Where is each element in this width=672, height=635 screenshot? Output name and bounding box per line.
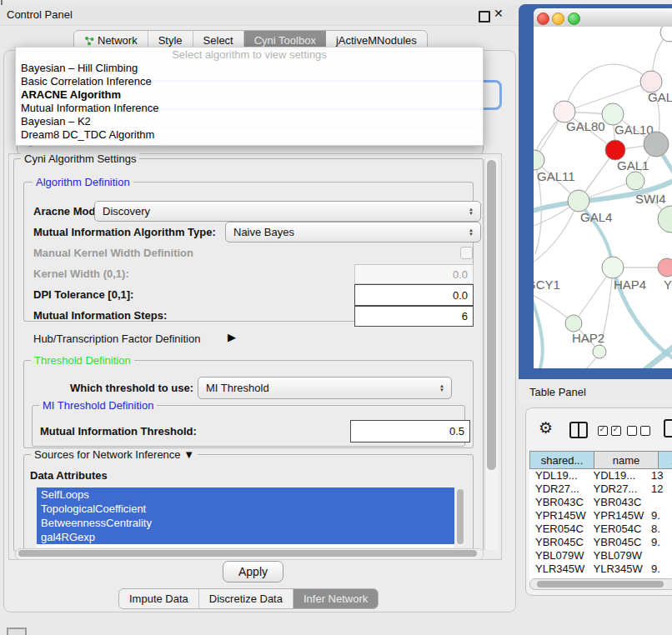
tab-label: Cyni Toolbox: [254, 34, 316, 47]
tab-impute-data[interactable]: Impute Data: [119, 589, 199, 608]
column-header-name[interactable]: name: [594, 451, 659, 469]
network-view-window: GALGAL80GAL10GAL1GAL11SWI4GAL4GCY1HAP4YH…: [519, 4, 672, 379]
mi-algorithm-type-label: Mutual Information Algorithm Type:: [33, 226, 216, 238]
table-cell: YBR043C: [529, 496, 588, 509]
table-cell: YDL19...: [588, 469, 646, 482]
manual-kernel-width-checkbox[interactable]: [460, 247, 473, 259]
cyni-settings-group-title: Cyni Algorithm Settings: [21, 152, 139, 165]
close-icon[interactable]: ✕: [494, 7, 504, 20]
algorithm-option[interactable]: Basic Correlation Inference: [16, 75, 483, 88]
network-node-hap4[interactable]: [602, 257, 624, 278]
algorithm-option[interactable]: Bayesian – Hill Climbing: [16, 62, 483, 75]
which-threshold-value: MI Threshold: [206, 382, 435, 394]
cyni-bottom-tabbar: Impute DataDiscretize DataInfer Network: [118, 588, 379, 609]
collapsed-arrow-icon[interactable]: ▶: [228, 331, 236, 343]
stepper-arrows-icon: ▲▼: [435, 384, 449, 392]
tab-infer-network[interactable]: Infer Network: [293, 589, 378, 608]
column-header-a[interactable]: A: [659, 451, 672, 469]
network-window-titlebar[interactable]: [534, 8, 672, 28]
table-cell: YER054C: [529, 522, 588, 536]
table-horizontal-scrollbar[interactable]: [529, 578, 672, 590]
data-attribute-item[interactable]: gal4RGexp: [37, 530, 454, 544]
table-header-row: shared...nameA: [529, 451, 672, 469]
minimize-traffic-light-icon[interactable]: [552, 12, 564, 25]
table-cell: YDR27...: [529, 482, 588, 496]
algorithm-option[interactable]: Bayesian – K2: [16, 115, 483, 128]
kernel-width-label: Kernel Width (0,1):: [33, 268, 129, 280]
table-row[interactable]: YBR045CYBR045C9.: [529, 536, 672, 549]
column-header-shared[interactable]: shared...: [529, 451, 594, 469]
threshold-definition-title: Threshold Definition: [31, 354, 134, 367]
network-node-swi4[interactable]: [626, 172, 644, 190]
table-row[interactable]: YDL19...YDL19...13: [529, 469, 672, 482]
algorithm-option[interactable]: ARACNE Algorithm: [16, 88, 483, 102]
dpi-tolerance-field[interactable]: 0.0: [354, 284, 474, 306]
network-node[interactable]: [593, 345, 606, 358]
data-attribute-item[interactable]: TopologicalCoefficient: [37, 502, 454, 516]
network-canvas[interactable]: GALGAL80GAL10GAL1GAL11SWI4GAL4GCY1HAP4YH…: [534, 27, 672, 368]
list-vertical-scrollbar[interactable]: [456, 488, 464, 547]
mi-steps-label: Mutual Information Steps:: [33, 309, 167, 322]
mi-algorithm-type-value: Naive Bayes: [233, 226, 464, 238]
deselect-all-checkboxes-icon[interactable]: [627, 426, 650, 436]
table-cell: [645, 549, 672, 562]
table-row[interactable]: YER054CYER054C8.: [529, 522, 672, 536]
which-threshold-combobox[interactable]: MI Threshold ▲▼: [198, 377, 452, 399]
algorithm-popup-placeholder: Select algorithm to view settings: [16, 48, 483, 62]
aracne-mode-value: Discovery: [103, 205, 464, 218]
table-row[interactable]: YBL079WYBL079W: [529, 549, 672, 562]
tab-label: Impute Data: [129, 592, 188, 605]
table-panel-titlebar: Table Panel: [519, 379, 672, 404]
data-attribute-item[interactable]: SelfLoops: [37, 488, 454, 502]
aracne-mode-combobox[interactable]: Discovery ▲▼: [94, 201, 481, 222]
table-row[interactable]: YDR27...YDR27...12: [529, 482, 672, 496]
control-panel-titlebar: Control Panel ✕: [0, 5, 519, 26]
apply-button[interactable]: Apply: [223, 561, 283, 582]
select-all-checkboxes-icon[interactable]: [598, 426, 621, 436]
tab-label: Discretize Data: [209, 592, 283, 605]
floating-panel-icon[interactable]: [7, 628, 27, 635]
table-cell: YBL079W: [529, 549, 588, 562]
table-cell: 12: [645, 482, 672, 496]
new-panel-icon[interactable]: [664, 419, 672, 438]
data-attributes-list: SelfLoopsTopologicalCoefficientBetweenne…: [37, 488, 454, 548]
table-row[interactable]: YBR043CYBR043C: [529, 496, 672, 509]
data-attribute-item[interactable]: BetweennessCentrality: [37, 516, 454, 530]
network-node-gal11[interactable]: [534, 150, 544, 170]
kernel-width-field[interactable]: 0.0: [354, 264, 474, 284]
settings-horizontal-scrollbar[interactable]: [15, 548, 484, 560]
network-node-gal1[interactable]: [605, 140, 625, 160]
network-node-y[interactable]: [658, 258, 672, 277]
mi-algorithm-type-combobox[interactable]: Naive Bayes ▲▼: [225, 222, 481, 242]
network-node-gal4[interactable]: [568, 190, 589, 212]
sources-group-title: Sources for Network Inference ▼: [31, 448, 198, 461]
mi-threshold-field[interactable]: 0.5: [350, 420, 470, 442]
gear-icon[interactable]: ⚙: [539, 418, 553, 438]
network-node[interactable]: [660, 27, 672, 42]
expanded-arrow-icon[interactable]: ▼: [183, 448, 194, 461]
algorithm-option[interactable]: Dream8 DC_TDC Algorithm: [16, 128, 483, 142]
tab-discretize-data[interactable]: Discretize Data: [199, 589, 293, 608]
data-attributes-label: Data Attributes: [30, 469, 108, 482]
network-node[interactable]: [658, 206, 672, 232]
table-panel-title: Table Panel: [529, 386, 586, 398]
node-label: GAL80: [566, 119, 605, 133]
zoom-traffic-light-icon[interactable]: [568, 12, 580, 25]
network-node[interactable]: [644, 132, 669, 157]
table-row[interactable]: YLR345WYLR345W9.: [529, 562, 672, 576]
split-columns-icon[interactable]: [569, 422, 588, 438]
close-traffic-light-icon[interactable]: [537, 12, 549, 25]
app-root: Control Panel ✕ NetworkStyleSelectCyni T…: [0, 0, 672, 635]
algorithm-option[interactable]: Mutual Information Inference: [16, 102, 483, 115]
node-label: SWI4: [635, 192, 666, 206]
network-node-hap2[interactable]: [565, 315, 582, 332]
algorithm-dropdown-popup: Select algorithm to view settings Bayesi…: [15, 47, 484, 146]
table-row[interactable]: YPR145WYPR145W9.: [529, 509, 672, 522]
mi-steps-field[interactable]: 6: [354, 306, 474, 327]
settings-vertical-scrollbar[interactable]: [484, 158, 498, 550]
node-label: HAP2: [572, 331, 604, 345]
tab-label: Select: [203, 34, 233, 47]
float-window-icon[interactable]: [479, 11, 490, 22]
table-cell: 9.: [645, 536, 672, 549]
control-panel-title: Control Panel: [7, 8, 73, 21]
